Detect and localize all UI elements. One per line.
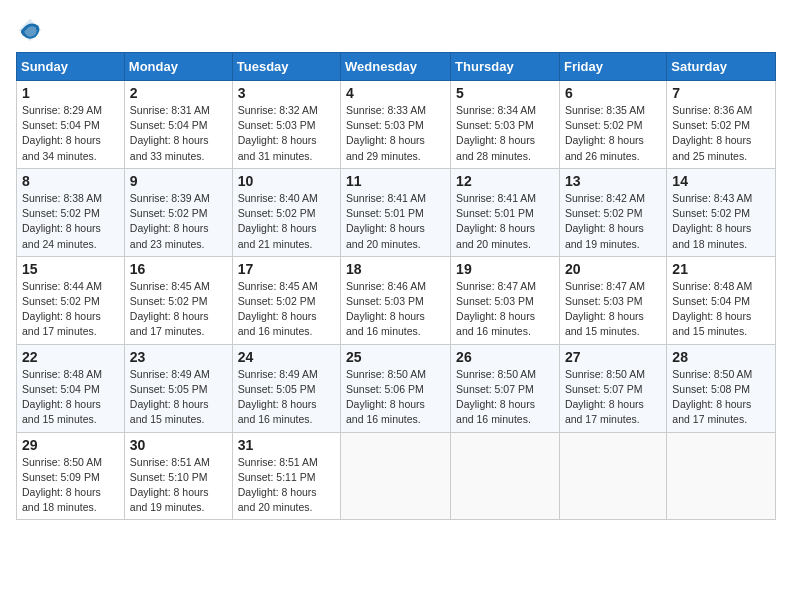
day-info: Sunrise: 8:35 AMSunset: 5:02 PMDaylight:… <box>565 104 645 162</box>
header-saturday: Saturday <box>667 53 776 81</box>
day-number: 21 <box>672 261 770 277</box>
calendar-week-row: 15Sunrise: 8:44 AMSunset: 5:02 PMDayligh… <box>17 256 776 344</box>
day-number: 4 <box>346 85 445 101</box>
calendar-cell: 18Sunrise: 8:46 AMSunset: 5:03 PMDayligh… <box>341 256 451 344</box>
calendar-cell: 19Sunrise: 8:47 AMSunset: 5:03 PMDayligh… <box>451 256 560 344</box>
day-info: Sunrise: 8:38 AMSunset: 5:02 PMDaylight:… <box>22 192 102 250</box>
header-wednesday: Wednesday <box>341 53 451 81</box>
day-number: 3 <box>238 85 335 101</box>
day-info: Sunrise: 8:49 AMSunset: 5:05 PMDaylight:… <box>238 368 318 426</box>
day-info: Sunrise: 8:33 AMSunset: 5:03 PMDaylight:… <box>346 104 426 162</box>
day-number: 29 <box>22 437 119 453</box>
day-info: Sunrise: 8:50 AMSunset: 5:06 PMDaylight:… <box>346 368 426 426</box>
day-info: Sunrise: 8:41 AMSunset: 5:01 PMDaylight:… <box>456 192 536 250</box>
day-info: Sunrise: 8:32 AMSunset: 5:03 PMDaylight:… <box>238 104 318 162</box>
day-info: Sunrise: 8:48 AMSunset: 5:04 PMDaylight:… <box>22 368 102 426</box>
day-number: 31 <box>238 437 335 453</box>
page-header <box>16 16 776 44</box>
calendar-cell: 13Sunrise: 8:42 AMSunset: 5:02 PMDayligh… <box>559 168 666 256</box>
day-number: 9 <box>130 173 227 189</box>
calendar-cell: 27Sunrise: 8:50 AMSunset: 5:07 PMDayligh… <box>559 344 666 432</box>
day-number: 26 <box>456 349 554 365</box>
calendar-cell: 5Sunrise: 8:34 AMSunset: 5:03 PMDaylight… <box>451 81 560 169</box>
day-number: 2 <box>130 85 227 101</box>
calendar-week-row: 22Sunrise: 8:48 AMSunset: 5:04 PMDayligh… <box>17 344 776 432</box>
calendar-cell: 26Sunrise: 8:50 AMSunset: 5:07 PMDayligh… <box>451 344 560 432</box>
calendar-cell: 9Sunrise: 8:39 AMSunset: 5:02 PMDaylight… <box>124 168 232 256</box>
day-info: Sunrise: 8:50 AMSunset: 5:07 PMDaylight:… <box>565 368 645 426</box>
calendar-cell: 7Sunrise: 8:36 AMSunset: 5:02 PMDaylight… <box>667 81 776 169</box>
day-number: 1 <box>22 85 119 101</box>
day-number: 20 <box>565 261 661 277</box>
day-number: 5 <box>456 85 554 101</box>
calendar-week-row: 8Sunrise: 8:38 AMSunset: 5:02 PMDaylight… <box>17 168 776 256</box>
calendar-cell <box>667 432 776 520</box>
calendar-cell: 17Sunrise: 8:45 AMSunset: 5:02 PMDayligh… <box>232 256 340 344</box>
day-number: 30 <box>130 437 227 453</box>
day-info: Sunrise: 8:43 AMSunset: 5:02 PMDaylight:… <box>672 192 752 250</box>
day-number: 11 <box>346 173 445 189</box>
day-info: Sunrise: 8:46 AMSunset: 5:03 PMDaylight:… <box>346 280 426 338</box>
day-info: Sunrise: 8:41 AMSunset: 5:01 PMDaylight:… <box>346 192 426 250</box>
day-info: Sunrise: 8:34 AMSunset: 5:03 PMDaylight:… <box>456 104 536 162</box>
calendar-cell: 11Sunrise: 8:41 AMSunset: 5:01 PMDayligh… <box>341 168 451 256</box>
calendar-cell: 2Sunrise: 8:31 AMSunset: 5:04 PMDaylight… <box>124 81 232 169</box>
calendar-week-row: 29Sunrise: 8:50 AMSunset: 5:09 PMDayligh… <box>17 432 776 520</box>
day-number: 14 <box>672 173 770 189</box>
calendar-cell: 28Sunrise: 8:50 AMSunset: 5:08 PMDayligh… <box>667 344 776 432</box>
day-number: 8 <box>22 173 119 189</box>
day-number: 18 <box>346 261 445 277</box>
logo-icon <box>16 16 44 44</box>
calendar-cell: 21Sunrise: 8:48 AMSunset: 5:04 PMDayligh… <box>667 256 776 344</box>
day-info: Sunrise: 8:42 AMSunset: 5:02 PMDaylight:… <box>565 192 645 250</box>
day-number: 27 <box>565 349 661 365</box>
calendar-cell: 29Sunrise: 8:50 AMSunset: 5:09 PMDayligh… <box>17 432 125 520</box>
calendar-cell: 3Sunrise: 8:32 AMSunset: 5:03 PMDaylight… <box>232 81 340 169</box>
day-number: 13 <box>565 173 661 189</box>
calendar-cell: 16Sunrise: 8:45 AMSunset: 5:02 PMDayligh… <box>124 256 232 344</box>
calendar-cell: 25Sunrise: 8:50 AMSunset: 5:06 PMDayligh… <box>341 344 451 432</box>
calendar-cell: 31Sunrise: 8:51 AMSunset: 5:11 PMDayligh… <box>232 432 340 520</box>
calendar-table: SundayMondayTuesdayWednesdayThursdayFrid… <box>16 52 776 520</box>
day-number: 25 <box>346 349 445 365</box>
header-tuesday: Tuesday <box>232 53 340 81</box>
day-number: 19 <box>456 261 554 277</box>
calendar-cell: 1Sunrise: 8:29 AMSunset: 5:04 PMDaylight… <box>17 81 125 169</box>
calendar-cell: 20Sunrise: 8:47 AMSunset: 5:03 PMDayligh… <box>559 256 666 344</box>
calendar-cell: 30Sunrise: 8:51 AMSunset: 5:10 PMDayligh… <box>124 432 232 520</box>
calendar-week-row: 1Sunrise: 8:29 AMSunset: 5:04 PMDaylight… <box>17 81 776 169</box>
calendar-cell: 6Sunrise: 8:35 AMSunset: 5:02 PMDaylight… <box>559 81 666 169</box>
day-number: 23 <box>130 349 227 365</box>
day-number: 6 <box>565 85 661 101</box>
calendar-cell: 22Sunrise: 8:48 AMSunset: 5:04 PMDayligh… <box>17 344 125 432</box>
day-info: Sunrise: 8:29 AMSunset: 5:04 PMDaylight:… <box>22 104 102 162</box>
calendar-cell <box>559 432 666 520</box>
calendar-cell: 14Sunrise: 8:43 AMSunset: 5:02 PMDayligh… <box>667 168 776 256</box>
day-info: Sunrise: 8:47 AMSunset: 5:03 PMDaylight:… <box>456 280 536 338</box>
calendar-cell: 23Sunrise: 8:49 AMSunset: 5:05 PMDayligh… <box>124 344 232 432</box>
header-thursday: Thursday <box>451 53 560 81</box>
header-monday: Monday <box>124 53 232 81</box>
calendar-cell <box>451 432 560 520</box>
calendar-cell: 24Sunrise: 8:49 AMSunset: 5:05 PMDayligh… <box>232 344 340 432</box>
day-info: Sunrise: 8:36 AMSunset: 5:02 PMDaylight:… <box>672 104 752 162</box>
day-info: Sunrise: 8:47 AMSunset: 5:03 PMDaylight:… <box>565 280 645 338</box>
logo <box>16 16 48 44</box>
calendar-cell: 4Sunrise: 8:33 AMSunset: 5:03 PMDaylight… <box>341 81 451 169</box>
day-info: Sunrise: 8:50 AMSunset: 5:07 PMDaylight:… <box>456 368 536 426</box>
day-number: 24 <box>238 349 335 365</box>
calendar-cell: 8Sunrise: 8:38 AMSunset: 5:02 PMDaylight… <box>17 168 125 256</box>
day-number: 10 <box>238 173 335 189</box>
day-number: 28 <box>672 349 770 365</box>
day-info: Sunrise: 8:51 AMSunset: 5:11 PMDaylight:… <box>238 456 318 514</box>
calendar-cell: 12Sunrise: 8:41 AMSunset: 5:01 PMDayligh… <box>451 168 560 256</box>
day-info: Sunrise: 8:50 AMSunset: 5:08 PMDaylight:… <box>672 368 752 426</box>
day-number: 16 <box>130 261 227 277</box>
day-number: 15 <box>22 261 119 277</box>
day-info: Sunrise: 8:44 AMSunset: 5:02 PMDaylight:… <box>22 280 102 338</box>
calendar-cell <box>341 432 451 520</box>
header-sunday: Sunday <box>17 53 125 81</box>
day-info: Sunrise: 8:40 AMSunset: 5:02 PMDaylight:… <box>238 192 318 250</box>
day-info: Sunrise: 8:49 AMSunset: 5:05 PMDaylight:… <box>130 368 210 426</box>
day-number: 17 <box>238 261 335 277</box>
